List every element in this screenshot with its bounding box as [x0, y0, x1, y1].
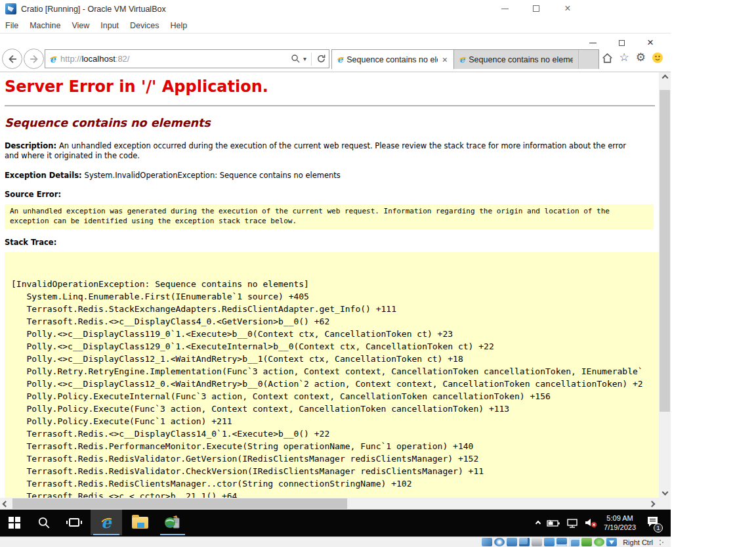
chevron-down-icon	[662, 489, 668, 496]
page-title: Server Error in '/' Application.	[5, 77, 268, 96]
ie-tab-icon: e	[459, 55, 465, 64]
tab-active[interactable]: e Sequence contains no ele... ×	[332, 50, 454, 69]
vbox-status-network-icon[interactable]	[519, 538, 530, 546]
ie-tab-icon: e	[337, 55, 343, 64]
tab-inactive[interactable]: e Sequence contains no eleme...	[454, 50, 579, 69]
back-arrow-icon	[7, 53, 18, 65]
minimize-icon	[501, 9, 509, 9]
forward-button[interactable]	[24, 49, 44, 69]
running-indicator	[160, 534, 185, 535]
vbox-status-display-icon[interactable]	[556, 538, 567, 546]
exception-details-row: Exception Details: System.InvalidOperati…	[5, 171, 341, 180]
exception-details-label: Exception Details:	[5, 171, 85, 180]
divider	[5, 105, 655, 106]
clock-time: 5:09 AM	[604, 514, 636, 523]
search-icon	[37, 516, 51, 529]
scroll-right-button[interactable]	[646, 498, 658, 510]
menu-view[interactable]: View	[72, 21, 89, 30]
tray-chevron-up-icon[interactable]	[536, 520, 541, 525]
source-error-label: Source Error:	[5, 190, 61, 199]
menu-machine[interactable]: Machine	[30, 21, 60, 30]
action-center-button[interactable]: 1	[646, 516, 659, 530]
folder-icon	[132, 517, 148, 529]
description-paragraph: Description: An unhandled exception occu…	[5, 141, 642, 160]
forward-arrow-icon	[28, 53, 40, 65]
refresh-icon[interactable]	[316, 54, 326, 64]
vbox-statusbar: Right Ctrl	[0, 536, 671, 547]
home-icon[interactable]	[602, 53, 613, 64]
notification-count-badge: 1	[654, 523, 663, 533]
battery-icon[interactable]	[547, 519, 560, 527]
error-subtitle: Sequence contains no elements	[5, 116, 211, 129]
taskbar-server-app-button[interactable]	[158, 510, 188, 535]
smiley-face	[652, 53, 663, 63]
vbox-close-button[interactable]: ×	[558, 1, 578, 16]
system-tray: 5:09 AM 7/19/2023 1	[536, 510, 659, 536]
task-view-button[interactable]	[60, 510, 88, 535]
menu-help[interactable]: Help	[171, 21, 188, 30]
favorites-star-icon[interactable]: ☆	[620, 52, 629, 64]
resize-grip[interactable]	[659, 539, 664, 546]
chevron-right-icon	[649, 500, 656, 507]
browser-viewport: Server Error in '/' Application. Sequenc…	[0, 72, 659, 498]
vbox-menubar: File Machine View Input Devices Help	[0, 18, 671, 33]
vbox-status-mouse-icon[interactable]	[594, 538, 604, 546]
vbox-status-audio-icon[interactable]	[507, 538, 517, 546]
ie-page-icon: e	[50, 55, 56, 64]
vbox-status-sharedfolders-icon[interactable]	[544, 538, 555, 546]
vbox-minimize-button[interactable]	[495, 1, 514, 16]
tab-title: Sequence contains no ele...	[346, 55, 438, 64]
scroll-down-button[interactable]	[659, 487, 671, 498]
taskbar-file-explorer-button[interactable]	[125, 510, 155, 535]
windows-taskbar: e	[0, 510, 671, 536]
taskbar-clock[interactable]: 5:09 AM 7/19/2023	[604, 514, 636, 532]
url-text: http://localhost:82/	[60, 54, 291, 64]
vbox-window-title: Cratio [Running] - Oracle VM VirtualBox	[21, 5, 166, 14]
vbox-status-features-icon[interactable]	[581, 538, 592, 546]
down-arrow-icon	[609, 540, 614, 544]
menu-input[interactable]: Input	[100, 21, 119, 30]
menu-file[interactable]: File	[5, 21, 18, 30]
scroll-left-button[interactable]	[0, 498, 11, 510]
running-indicator	[93, 534, 119, 535]
server-app-icon	[164, 515, 181, 531]
vbox-maximize-button[interactable]	[526, 1, 546, 16]
stack-trace-box: [InvalidOperationException: Sequence con…	[5, 252, 659, 498]
vbox-status-keyboard-icon[interactable]	[606, 538, 617, 546]
menu-devices[interactable]: Devices	[130, 21, 159, 30]
tab-strip: e Sequence contains no ele... × e Sequen…	[331, 49, 599, 69]
divider	[311, 53, 312, 66]
vertical-scrollbar[interactable]	[659, 72, 671, 498]
internet-explorer-icon: e	[101, 515, 111, 531]
horizontal-scrollbar[interactable]	[0, 498, 659, 510]
chevron-left-icon	[3, 500, 9, 507]
tab-close-icon[interactable]: ×	[442, 55, 448, 64]
exception-details-text: System.InvalidOperationException: Sequen…	[85, 171, 341, 180]
vbox-status-hdd-icon[interactable]	[482, 538, 492, 546]
taskbar-search-button[interactable]	[30, 510, 58, 535]
start-button[interactable]	[0, 510, 29, 535]
close-icon: ×	[647, 37, 654, 48]
virtualbox-window: Cratio [Running] - Oracle VM VirtualBox …	[0, 0, 756, 547]
clock-date: 7/19/2023	[604, 523, 636, 533]
taskbar-ie-button[interactable]: e	[91, 510, 122, 535]
horizontal-scrollbar-thumb[interactable]	[12, 498, 347, 509]
search-dropdown-icon[interactable]: ▾	[303, 55, 306, 62]
vbox-status-optical-icon[interactable]	[494, 538, 505, 546]
network-icon[interactable]	[567, 519, 578, 528]
stack-trace-label: Stack Trace:	[5, 238, 56, 247]
windows-logo-icon	[9, 517, 20, 529]
maximize-icon	[533, 5, 539, 12]
stack-trace-text: [InvalidOperationException: Sequence con…	[5, 252, 659, 498]
vbox-status-recording-icon[interactable]	[569, 538, 579, 546]
vbox-status-usb-icon[interactable]	[532, 538, 542, 546]
description-text: An unhandled exception occurred during t…	[5, 141, 626, 160]
settings-gear-icon[interactable]: ⚙	[636, 52, 646, 64]
scroll-up-button[interactable]	[659, 72, 671, 83]
feedback-smiley-icon[interactable]	[652, 53, 663, 63]
address-bar[interactable]: e http://localhost:82/ ▾	[45, 49, 329, 68]
back-button[interactable]	[2, 49, 22, 69]
volume-muted-icon[interactable]	[585, 518, 597, 528]
vertical-scrollbar-thumb[interactable]	[660, 90, 670, 412]
search-icon[interactable]	[291, 54, 301, 64]
